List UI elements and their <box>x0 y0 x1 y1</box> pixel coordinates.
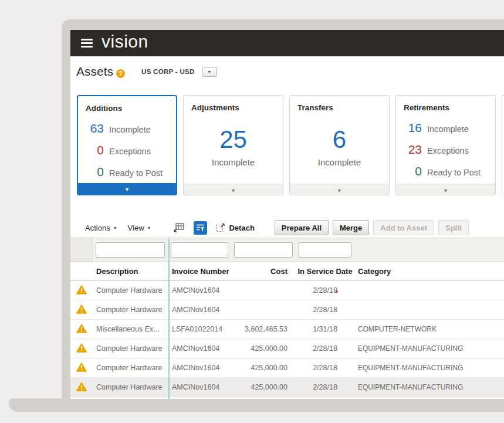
stat-label: Incomplete <box>427 124 469 134</box>
warning-icon[interactable] <box>76 288 87 296</box>
cell-in-service-date: 2/28/18 <box>296 344 354 353</box>
infolet-expand-button[interactable]: ▼ <box>396 184 495 195</box>
infolet-card-adjustments[interactable]: Adjustments25Incomplete▼ <box>183 95 283 195</box>
app-window: vision Assets ? US CORP - USD ▼ Addition… <box>70 30 504 399</box>
table-row[interactable]: Computer HardwareAMCINov16042/28/18 <box>70 300 504 320</box>
infolet-expand-button[interactable]: ▼ <box>184 184 283 195</box>
column-header-invoice-number[interactable]: Invoice Number <box>168 267 231 276</box>
split-button[interactable]: Split <box>438 220 469 235</box>
infolet-title: Retirements <box>396 96 495 112</box>
infolet-stat-row: 0Ready to Post <box>78 161 176 182</box>
chevron-down-icon: ▼ <box>147 226 151 230</box>
stat-value: 63 <box>78 121 104 135</box>
filter-row-header-cell <box>70 238 93 262</box>
cell-in-service-date: 2/28/18 <box>296 364 354 372</box>
infolet-stats: 63Incomplete0Exceptions0Ready to Post <box>78 117 176 182</box>
stat-value: 16 <box>396 121 422 134</box>
cell-description: Computer Hardware <box>93 306 168 314</box>
warning-icon[interactable] <box>76 327 87 335</box>
filter-input-in-service-date[interactable] <box>299 242 351 258</box>
detach-icon <box>215 223 225 232</box>
prepare-all-button[interactable]: Prepare All <box>275 220 329 235</box>
filter-input-cost[interactable] <box>234 242 293 258</box>
stat-value: 0 <box>396 164 422 178</box>
device-base <box>9 398 504 412</box>
cell-description: Miscellaneous Ex... <box>93 325 168 333</box>
cell-category: EQUIPMENT-MANUFACTURING <box>354 364 504 372</box>
cell-invoice-number: LSFA01022014 <box>168 325 231 333</box>
chevron-down-icon: ▼ <box>443 188 448 194</box>
stat-value: 23 <box>396 143 422 156</box>
table-row[interactable]: Computer HardwareAMCINov16042/28/18 <box>70 281 504 300</box>
infolet-stat-row: 16Incomplete <box>396 117 495 138</box>
warning-icon[interactable] <box>76 366 87 374</box>
top-navigation-bar: vision <box>70 30 504 56</box>
infolet-expand-button[interactable]: ▼ <box>290 184 389 195</box>
column-header-in-service-date[interactable]: In Service Date <box>296 267 354 276</box>
cell-invoice-number: AMCINov1604 <box>168 383 231 391</box>
infolet-stat-row: 0Exceptions <box>78 139 176 161</box>
infolet-stats: 16Incomplete23Exceptions0Ready to Post <box>396 117 495 182</box>
business-unit-label: US CORP - USD <box>141 68 195 75</box>
chevron-down-icon: ▼ <box>124 187 130 192</box>
row-header-cell <box>70 285 93 296</box>
view-menu[interactable]: View ▼ <box>128 224 151 232</box>
infolet-expand-button[interactable]: ▼ <box>78 183 176 194</box>
cell-cost: 425,000.00 <box>231 344 296 353</box>
infolet-card-partial[interactable] <box>502 95 504 195</box>
freeze-icon[interactable] <box>173 223 184 233</box>
cell-cost: 3,602,465.53 <box>231 325 296 333</box>
filter-input-description[interactable] <box>96 242 165 258</box>
row-header-cell <box>70 324 93 335</box>
row-header-cell <box>70 363 93 374</box>
stat-label: Exceptions <box>109 147 151 156</box>
column-header-category[interactable]: Category <box>354 267 504 276</box>
table-row[interactable]: Computer HardwareAMCINov1604425,000.002/… <box>70 378 504 397</box>
column-header-cost[interactable]: Cost <box>231 267 296 276</box>
error-dot <box>336 290 338 293</box>
actions-menu[interactable]: Actions ▼ <box>85 224 117 232</box>
app-logo[interactable]: vision <box>102 33 148 50</box>
warning-icon[interactable] <box>76 385 87 393</box>
stat-label: Incomplete <box>109 125 151 134</box>
stat-label: Incomplete <box>184 157 283 167</box>
chevron-down-icon: ▼ <box>113 226 117 230</box>
stat-label: Exceptions <box>427 146 469 155</box>
warning-icon[interactable] <box>76 346 87 354</box>
table-header-row: Description Invoice Number Cost In Servi… <box>70 262 504 281</box>
query-by-example-filter-icon[interactable] <box>194 221 207 235</box>
page-title: Assets <box>76 65 113 79</box>
infolet-card-retirements[interactable]: Retirements16Incomplete23Exceptions0Read… <box>395 95 496 195</box>
help-icon[interactable]: ? <box>116 69 125 78</box>
filter-input-invoice-number[interactable] <box>171 242 228 258</box>
view-menu-label: View <box>128 224 144 232</box>
add-to-asset-button[interactable]: Add to Asset <box>373 220 434 235</box>
infolet-stat-row: 23Exceptions <box>396 138 495 160</box>
stat-label: Ready to Post <box>427 168 481 177</box>
infolet-stat-row: 0Ready to Post <box>396 160 495 182</box>
detach-button[interactable]: Detach <box>215 223 254 232</box>
infolet-big-stat: 6Incomplete <box>290 127 389 167</box>
stat-label: Incomplete <box>290 157 389 167</box>
column-header-description[interactable]: Description <box>93 267 168 276</box>
stat-value: 0 <box>78 143 104 157</box>
cell-invoice-number: AMCINov1604 <box>168 306 231 314</box>
table-row[interactable]: Computer HardwareAMCINov1604425,000.002/… <box>70 358 504 378</box>
hamburger-menu-icon[interactable] <box>81 37 93 50</box>
merge-button[interactable]: Merge <box>333 220 369 235</box>
warning-icon[interactable] <box>76 307 87 316</box>
business-unit-dropdown[interactable]: ▼ <box>202 67 217 77</box>
cell-description: Computer Hardware <box>93 364 168 372</box>
chevron-down-icon: ▼ <box>207 70 211 74</box>
cell-invoice-number: AMCINov1604 <box>168 364 231 372</box>
infolet-big-stat: 25Incomplete <box>184 127 283 167</box>
infolet-title: Adjustments <box>184 96 283 112</box>
cell-cost: 425,000.00 <box>231 364 296 372</box>
cell-category: EQUIPMENT-MANUFACTURING <box>354 383 504 391</box>
stat-value: 6 <box>290 127 389 152</box>
infolet-card-transfers[interactable]: Transfers6Incomplete▼ <box>289 95 390 195</box>
table-row[interactable]: Miscellaneous Ex...LSFA010220143,602,465… <box>70 320 504 339</box>
table-row[interactable]: Computer HardwareAMCINov1604425,000.002/… <box>70 339 504 358</box>
cell-invoice-number: AMCINov1604 <box>168 286 231 295</box>
infolet-card-additions[interactable]: Additions63Incomplete0Exceptions0Ready t… <box>77 95 177 195</box>
